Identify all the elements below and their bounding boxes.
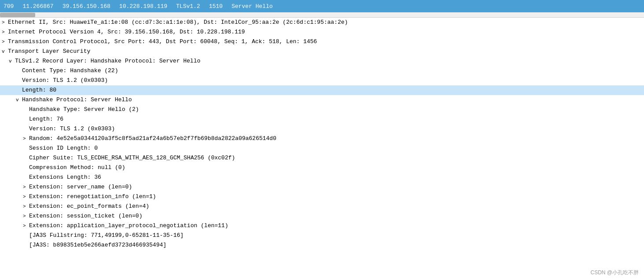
detail-row-ext-ec-point[interactable]: >Extension: ec_point_formats (len=4) (0, 202, 644, 211)
row-text-ext-ec-point: Extension: ec_point_formats (len=4) (29, 202, 149, 211)
detail-row-length[interactable]: Length: 80 (0, 85, 644, 95)
row-text-ethernet: Ethernet II, Src: HuaweiTe_a1:1e:08 (cc:… (8, 18, 348, 27)
detail-row-ext-renegotiation[interactable]: >Extension: renegotiation_info (len=1) (0, 192, 644, 202)
scrollbar-thumb[interactable] (0, 13, 35, 17)
watermark: CSDN @小孔吃不胖 (590, 269, 639, 276)
toggle-icon-tls[interactable]: v (2, 47, 8, 56)
row-text-handshake: Handshake Protocol: Server Hello (22, 96, 132, 104)
pkt-info: Server Hello (232, 3, 273, 10)
detail-row-cipher-suite[interactable]: Cipher Suite: TLS_ECDHE_RSA_WITH_AES_128… (0, 153, 644, 163)
toggle-icon-ext-alpn[interactable]: > (23, 221, 29, 230)
packet-detail-panel: >Ethernet II, Src: HuaweiTe_a1:1e:08 (cc… (0, 18, 644, 250)
row-text-tls: Transport Layer Security (8, 47, 90, 56)
frame-number: 709 (4, 3, 14, 10)
pkt-length: 1510 (209, 3, 223, 10)
detail-row-handshake-version[interactable]: Version: TLS 1.2 (0x0303) (0, 124, 644, 134)
dst-ip: 10.228.198.119 (119, 3, 167, 10)
toggle-icon-ext-server-name[interactable]: > (23, 183, 29, 192)
toggle-icon-ext-ec-point[interactable]: > (23, 202, 29, 211)
row-text-extensions-length: Extensions Length: 36 (29, 173, 101, 182)
row-text-handshake-length: Length: 76 (29, 115, 63, 124)
toggle-icon-ext-session-ticket[interactable]: > (23, 212, 29, 221)
detail-row-version[interactable]: Version: TLS 1.2 (0x0303) (0, 76, 644, 85)
row-text-ipv4: Internet Protocol Version 4, Src: 39.156… (8, 28, 245, 37)
row-text-cipher-suite: Cipher Suite: TLS_ECDHE_RSA_WITH_AES_128… (29, 154, 235, 162)
detail-row-handshake-type[interactable]: Handshake Type: Server Hello (2) (0, 105, 644, 114)
row-text-compression: Compression Method: null (0) (29, 163, 125, 172)
detail-row-ja3s[interactable]: [JA3S: b898351eb5e266aefd3723d466935494] (0, 240, 644, 250)
detail-row-extensions-length[interactable]: Extensions Length: 36 (0, 173, 644, 182)
row-text-version: Version: TLS 1.2 (0x0303) (22, 76, 108, 85)
row-text-tls-record: TLSv1.2 Record Layer: Handshake Protocol… (15, 57, 200, 66)
toggle-icon-tls-record[interactable]: v (9, 57, 15, 66)
detail-row-ext-server-name[interactable]: >Extension: server_name (len=0) (0, 182, 644, 192)
row-text-ja3s-fullstring: [JA3S Fullstring: 771,49199,0-65281-11-3… (29, 231, 184, 240)
row-text-session-id-length: Session ID Length: 0 (29, 144, 98, 153)
detail-row-session-id-length[interactable]: Session ID Length: 0 (0, 144, 644, 153)
row-text-length: Length: 80 (22, 86, 56, 95)
row-text-tcp: Transmission Control Protocol, Src Port:… (8, 37, 317, 46)
detail-row-ipv4[interactable]: >Internet Protocol Version 4, Src: 39.15… (0, 27, 644, 37)
horizontal-scrollbar[interactable] (0, 12, 644, 18)
detail-row-compression[interactable]: Compression Method: null (0) (0, 163, 644, 173)
detail-row-ext-alpn[interactable]: >Extension: application_layer_protocol_n… (0, 221, 644, 231)
detail-row-handshake[interactable]: vHandshake Protocol: Server Hello (0, 95, 644, 105)
row-text-handshake-version: Version: TLS 1.2 (0x0303) (29, 125, 115, 133)
frame-time: 11.266867 (22, 3, 53, 10)
src-ip: 39.156.150.168 (63, 3, 110, 10)
detail-row-ja3s-fullstring[interactable]: [JA3S Fullstring: 771,49199,0-65281-11-3… (0, 231, 644, 240)
detail-row-handshake-length[interactable]: Length: 76 (0, 114, 644, 124)
row-text-ext-session-ticket: Extension: session_ticket (len=0) (29, 212, 142, 221)
row-text-ext-server-name: Extension: server_name (len=0) (29, 183, 132, 192)
row-text-content-type: Content Type: Handshake (22) (22, 66, 118, 75)
detail-row-content-type[interactable]: Content Type: Handshake (22) (0, 66, 644, 76)
row-text-random: Random: 4e52e5a0344120a3f5c8f5ad21af24a6… (29, 134, 276, 143)
toggle-icon-ext-renegotiation[interactable]: > (23, 192, 29, 201)
detail-row-tls-record[interactable]: vTLSv1.2 Record Layer: Handshake Protoco… (0, 56, 644, 66)
toggle-icon-ethernet[interactable]: > (2, 18, 8, 27)
row-text-ja3s: [JA3S: b898351eb5e266aefd3723d466935494] (29, 241, 166, 250)
toggle-icon-handshake[interactable]: v (16, 96, 22, 104)
detail-row-ethernet[interactable]: >Ethernet II, Src: HuaweiTe_a1:1e:08 (cc… (0, 18, 644, 27)
detail-row-tls[interactable]: vTransport Layer Security (0, 47, 644, 56)
toggle-icon-random[interactable]: > (23, 134, 29, 143)
row-text-handshake-type: Handshake Type: Server Hello (2) (29, 105, 139, 114)
row-text-ext-renegotiation: Extension: renegotiation_info (len=1) (29, 192, 156, 201)
row-text-ext-alpn: Extension: application_layer_protocol_ne… (29, 221, 228, 230)
toggle-icon-ipv4[interactable]: > (2, 28, 8, 37)
detail-row-random[interactable]: >Random: 4e52e5a0344120a3f5c8f5ad21af24a… (0, 134, 644, 144)
detail-row-tcp[interactable]: >Transmission Control Protocol, Src Port… (0, 37, 644, 47)
protocol: TLSv1.2 (176, 3, 200, 10)
detail-row-ext-session-ticket[interactable]: >Extension: session_ticket (len=0) (0, 211, 644, 221)
selected-packet-bar: 709 11.266867 39.156.150.168 10.228.198.… (0, 0, 644, 12)
toggle-icon-tcp[interactable]: > (2, 37, 8, 46)
